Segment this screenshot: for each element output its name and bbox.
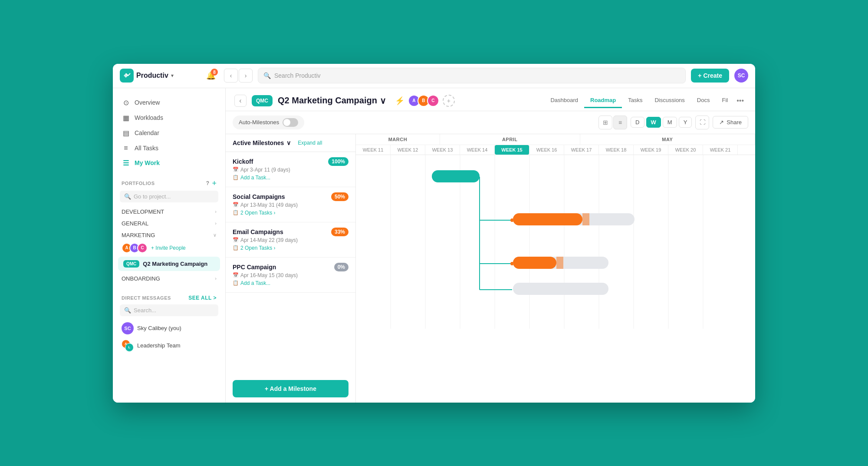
gantt-weeks: WEEK 11 WEEK 12 WEEK 13 WEEK 14 WEEK 15 …	[356, 145, 755, 155]
project-title-chevron[interactable]: ∨	[380, 96, 386, 106]
email-date-range: Apr 14-May 22 (39 days)	[240, 237, 298, 243]
gantt-week-14: WEEK 14	[460, 145, 495, 155]
sidebar-item-workloads[interactable]: ▦ Workloads	[113, 110, 225, 126]
ppc-add-task[interactable]: Add a Task...	[240, 280, 270, 286]
social-progress-badge: 50%	[331, 192, 349, 201]
user-avatar[interactable]: SC	[734, 69, 748, 83]
my-work-icon: ☰	[122, 159, 130, 167]
grid-view-button[interactable]: ⊞	[598, 116, 612, 129]
nav-docs[interactable]: Docs	[691, 93, 716, 108]
sidebar-section-development[interactable]: DEVELOPMENT ›	[113, 206, 225, 218]
nav-back-button[interactable]: ‹	[224, 69, 238, 83]
portfolios-label: PORTFOLIOS	[122, 181, 155, 186]
nav-roadmap[interactable]: Roadmap	[584, 93, 622, 108]
top-bar: Productiv ▾ 🔔 8 ‹ › 🔍 Search Productiv +…	[113, 64, 755, 88]
nav-discussions[interactable]: Discussions	[648, 93, 690, 108]
nav-more-button[interactable]: •••	[734, 93, 746, 108]
team-avatars: A B C	[408, 95, 439, 107]
direct-messages-section: DIRECT MESSAGES See all >	[113, 290, 225, 303]
svg-rect-3	[356, 242, 738, 285]
sidebar-label-workloads: Workloads	[135, 114, 163, 121]
sidebar-section-onboarding[interactable]: ONBOARDING ›	[113, 273, 225, 284]
roadmap-body: Active Milestones ∨ Expand all Kickoff 1…	[226, 134, 755, 403]
auto-milestones-switch[interactable]	[283, 118, 298, 127]
svg-rect-20	[513, 213, 582, 225]
email-open-tasks[interactable]: 2 Open Tasks ›	[240, 245, 275, 251]
nav-dashboard[interactable]: Dashboard	[544, 93, 584, 108]
sidebar-item-all-tasks[interactable]: ≡ All Tasks	[113, 141, 225, 155]
development-chevron: ›	[215, 209, 217, 214]
share-button[interactable]: ↗ Share	[713, 116, 748, 129]
gantt-week-21: WEEK 21	[703, 145, 738, 155]
app-window: Productiv ▾ 🔔 8 ‹ › 🔍 Search Productiv +…	[113, 64, 755, 403]
dm-item-leadership[interactable]: A L Leadership Team	[113, 337, 225, 354]
svg-rect-2	[356, 198, 738, 242]
milestone-item-ppc: PPC Campaign 0% 📅 Apr 16-May 15 (30 days…	[226, 258, 355, 293]
kickoff-date-range: Apr 3-Apr 11 (9 days)	[240, 167, 290, 173]
nav-fil[interactable]: Fil	[716, 93, 734, 108]
time-nav: D W M Y	[631, 117, 692, 128]
notification-button[interactable]: 🔔 8	[203, 68, 219, 83]
auto-milestones-toggle[interactable]: Auto-Milestones	[233, 116, 304, 129]
gantt-week-20: WEEK 20	[668, 145, 703, 155]
project-header: ‹ QMC Q2 Marketing Campaign ∨ ⚡ A B C +	[226, 88, 755, 111]
dm-name-sky: Sky Calibey (you)	[137, 325, 181, 331]
svg-rect-26	[556, 257, 563, 269]
search-bar[interactable]: 🔍 Search Productiv	[258, 68, 686, 83]
fullscreen-button[interactable]: ⛶	[695, 116, 709, 129]
sidebar-section-general[interactable]: GENERAL ›	[113, 218, 225, 229]
portfolios-add-button[interactable]: +	[212, 179, 217, 187]
dm-item-sky[interactable]: SC Sky Calibey (you)	[113, 320, 225, 337]
kickoff-add-task[interactable]: Add a Task...	[240, 175, 270, 181]
nav-arrows: ‹ ›	[224, 69, 253, 83]
time-btn-day[interactable]: D	[631, 117, 644, 128]
auto-milestones-label: Auto-Milestones	[239, 119, 279, 126]
add-milestone-label: + Add a Milestone	[265, 385, 316, 392]
see-all-link[interactable]: See all >	[188, 295, 217, 301]
svg-rect-19	[513, 213, 635, 225]
sidebar-item-calendar[interactable]: ▤ Calendar	[113, 126, 225, 141]
milestone-name-social: Social Campaigns	[233, 193, 285, 200]
dm-search-icon: 🔍	[124, 307, 131, 314]
nav-forward-button[interactable]: ›	[239, 69, 253, 83]
svg-rect-0	[495, 155, 529, 329]
gantt-svg	[356, 155, 738, 329]
ppc-progress-badge: 0%	[334, 263, 349, 271]
logo-icon	[120, 69, 134, 83]
marketing-avatar-group: A B C	[122, 243, 148, 253]
portfolio-search[interactable]: 🔍 Go to project...	[120, 191, 218, 202]
email-meta: 📅 Apr 14-May 22 (39 days)	[233, 237, 349, 243]
create-button[interactable]: + Create	[691, 69, 729, 83]
sidebar-collapse-button[interactable]: ‹	[234, 95, 247, 107]
invite-people-button[interactable]: + Invite People	[151, 245, 186, 251]
sidebar-item-overview[interactable]: ⊙ Overview	[113, 95, 225, 110]
time-btn-week[interactable]: W	[646, 117, 661, 128]
add-milestone-button[interactable]: + Add a Milestone	[233, 380, 349, 397]
main-area: ⊙ Overview ▦ Workloads ▤ Calendar ≡ All …	[113, 88, 755, 403]
list-view-button[interactable]: ≡	[613, 116, 627, 129]
milestone-name-kickoff: Kickoff	[233, 158, 253, 165]
social-open-tasks[interactable]: 2 Open Tasks ›	[240, 210, 275, 216]
content-area: ‹ QMC Q2 Marketing Campaign ∨ ⚡ A B C +	[226, 88, 755, 403]
sidebar-section-marketing[interactable]: MARKETING ∨	[113, 229, 225, 241]
calendar-icon: ▤	[122, 129, 130, 137]
expand-all-link[interactable]: Expand all	[298, 140, 322, 146]
social-tasks: 📋 2 Open Tasks ›	[233, 210, 349, 216]
time-btn-month[interactable]: M	[663, 117, 677, 128]
nav-tasks[interactable]: Tasks	[622, 93, 648, 108]
kickoff-cal-icon: 📅	[233, 167, 239, 172]
dm-search[interactable]: 🔍 Search...	[120, 304, 218, 316]
active-project[interactable]: QMC Q2 Marketing Campaign	[118, 257, 220, 271]
sidebar-item-my-work[interactable]: ☰ My Work	[113, 155, 225, 171]
portfolios-help[interactable]: ?	[206, 180, 210, 186]
time-btn-year[interactable]: Y	[679, 117, 692, 128]
logo-chevron: ▾	[171, 73, 174, 79]
ppc-cal-icon: 📅	[233, 272, 239, 278]
ppc-tasks-icon: 📋	[233, 280, 239, 286]
add-member-button[interactable]: +	[443, 95, 455, 107]
gantt-week-17: WEEK 17	[564, 145, 599, 155]
sidebar-label-all-tasks: All Tasks	[135, 145, 158, 152]
general-label: GENERAL	[122, 220, 148, 227]
view-toggle: ⊞ ≡	[598, 116, 627, 129]
gantt-area: MARCH APRIL MAY WEEK 11 WEEK 12 WEEK 13 …	[356, 134, 755, 403]
